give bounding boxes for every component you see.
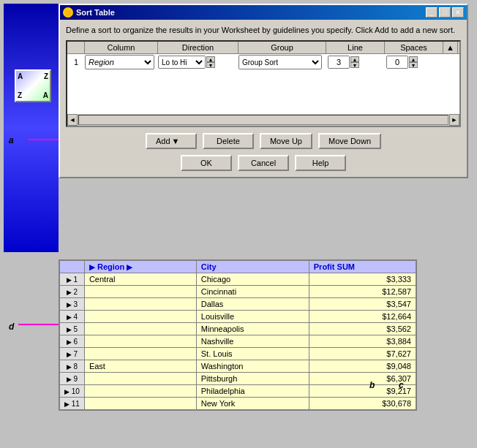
col-header-empty [60, 261, 85, 273]
scroll-right-btn[interactable]: ► [449, 114, 459, 126]
sort-table-dialog: 🔆 Sort Table _ □ ✕ Define a sort to orga… [59, 4, 468, 178]
spaces-up[interactable]: ▲ [409, 56, 418, 62]
move-down-button[interactable]: Move Down [318, 133, 381, 149]
row-num-cell: ▶ 7 [60, 348, 85, 360]
row-num-cell: ▶ 5 [60, 323, 85, 335]
spaces-input[interactable] [386, 56, 408, 69]
annotation-b: b [369, 380, 375, 390]
table-row: ▶ 11New York$30,678 [60, 398, 416, 410]
table-row: ▶ 2Cincinnati$12,587 [60, 286, 416, 298]
profit-cell: $12,664 [309, 311, 416, 323]
header-num [67, 42, 85, 53]
column-select[interactable]: Region City Profit SUM [85, 55, 154, 69]
table-row: ▶ 8EastWashington$9,048 [60, 360, 416, 373]
table-row: ▶ 9Pittsburgh$6,307 [60, 373, 416, 385]
city-cell: Minneapolis [196, 323, 309, 335]
window-icon: 🔆 [63, 7, 73, 18]
description-text: Define a sort to organize the results in… [66, 26, 461, 34]
annotation-c: c [399, 380, 404, 390]
direction-down[interactable]: ▼ [206, 62, 215, 68]
spaces-spinner: ▲ ▼ [409, 56, 418, 68]
window-body: Define a sort to organize the results in… [60, 20, 467, 177]
add-button[interactable]: Add ▼ [146, 133, 197, 149]
profit-cell: $12,587 [309, 286, 416, 298]
profit-cell: $3,884 [309, 335, 416, 348]
header-direction: Direction [158, 42, 238, 53]
close-button[interactable]: ✕ [452, 7, 464, 18]
table-row: ▶ 4Louisville$12,664 [60, 311, 416, 323]
data-table-container: ▶ Region ▶ City Profit SUM ▶ 1CentralChi… [59, 259, 417, 411]
horizontal-scrollbar[interactable] [78, 115, 448, 125]
sort-scroll-area: ◄ ► [67, 114, 459, 126]
profit-cell: $3,547 [309, 298, 416, 311]
region-cell [84, 298, 196, 311]
city-cell: Pittsburgh [196, 373, 309, 385]
row-num-cell: ▶ 2 [60, 286, 85, 298]
ok-button[interactable]: OK [181, 155, 232, 171]
city-cell: Dallas [196, 298, 309, 311]
city-cell: Nashville [196, 335, 309, 348]
region-arrow: ▶ [89, 263, 95, 271]
region-cell [84, 385, 196, 398]
region-arrow-right: ▶ [127, 263, 132, 271]
city-cell: New York [196, 398, 309, 410]
sort-row-num: 1 [67, 56, 85, 68]
direction-up[interactable]: ▲ [206, 56, 215, 62]
minimize-button[interactable]: _ [426, 7, 437, 18]
sort-spaces-cell: ▲ ▼ [385, 56, 443, 69]
col-header-city: City [196, 261, 309, 273]
sort-body [67, 70, 459, 114]
table-row: ▶ 10Philadelphia$9,217 [60, 385, 416, 398]
scroll-left-btn[interactable]: ◄ [67, 114, 78, 126]
line-down[interactable]: ▼ [350, 62, 359, 68]
spaces-down[interactable]: ▼ [409, 62, 418, 68]
maximize-button[interactable]: □ [439, 7, 451, 18]
direction-select[interactable]: Lo to Hi Hi to Lo [158, 56, 206, 69]
line-spinner: ▲ ▼ [350, 56, 359, 68]
header-spaces: Spaces [385, 42, 443, 53]
preview-top-row: A Z [18, 72, 48, 80]
annotation-a: a [9, 135, 14, 145]
header-column: Column [85, 42, 158, 53]
help-button[interactable]: Help [295, 155, 346, 171]
move-up-button[interactable]: Move Up [260, 133, 312, 149]
profit-cell: $3,562 [309, 323, 416, 335]
region-cell: Central [84, 273, 196, 286]
city-cell: Cincinnati [196, 286, 309, 298]
row-num-cell: ▶ 10 [60, 385, 85, 398]
line-up[interactable]: ▲ [350, 56, 359, 62]
preview-bottom-row: Z A [18, 91, 48, 99]
sort-direction-cell: Lo to Hi Hi to Lo ▲ ▼ [158, 56, 238, 69]
region-cell [84, 398, 196, 410]
city-cell: Chicago [196, 273, 309, 286]
city-cell: St. Louis [196, 348, 309, 360]
sort-table-header: Column Direction Group Line Spaces ▲ [67, 42, 459, 54]
region-cell: East [84, 360, 196, 373]
table-header-row: ▶ Region ▶ City Profit SUM [60, 261, 416, 273]
row-num-cell: ▶ 9 [60, 373, 85, 385]
row-num-cell: ▶ 1 [60, 273, 85, 286]
region-cell [84, 311, 196, 323]
line-input[interactable] [328, 56, 350, 69]
title-bar: 🔆 Sort Table _ □ ✕ [60, 5, 467, 20]
col-header-region: ▶ Region ▶ [84, 261, 196, 273]
blue-side-panel: A Z Z A [4, 4, 59, 252]
header-line: Line [326, 42, 385, 53]
row-num-cell: ▶ 3 [60, 298, 85, 311]
sort-row-1: 1 Region City Profit SUM Lo to Hi Hi to … [67, 54, 459, 70]
button-row-1: Add ▼ Delete Move Up Move Down [66, 133, 461, 149]
delete-button[interactable]: Delete [203, 133, 254, 149]
direction-spinner: ▲ ▼ [206, 56, 215, 68]
table-body: ▶ 1CentralChicago$3,333▶ 2Cincinnati$12,… [60, 273, 416, 410]
row-num-cell: ▶ 8 [60, 360, 85, 373]
sort-line-cell: ▲ ▼ [326, 56, 385, 69]
table-row: ▶ 5Minneapolis$3,562 [60, 323, 416, 335]
group-select[interactable]: Group Sort No Group [238, 55, 322, 69]
profit-cell: $30,678 [309, 398, 416, 410]
region-cell [84, 348, 196, 360]
preview-letter-z-bottom: Z [18, 91, 22, 99]
cancel-button[interactable]: Cancel [238, 155, 289, 171]
region-cell [84, 373, 196, 385]
row-num-cell: ▶ 6 [60, 335, 85, 348]
add-dropdown-arrow[interactable]: ▼ [172, 137, 180, 145]
